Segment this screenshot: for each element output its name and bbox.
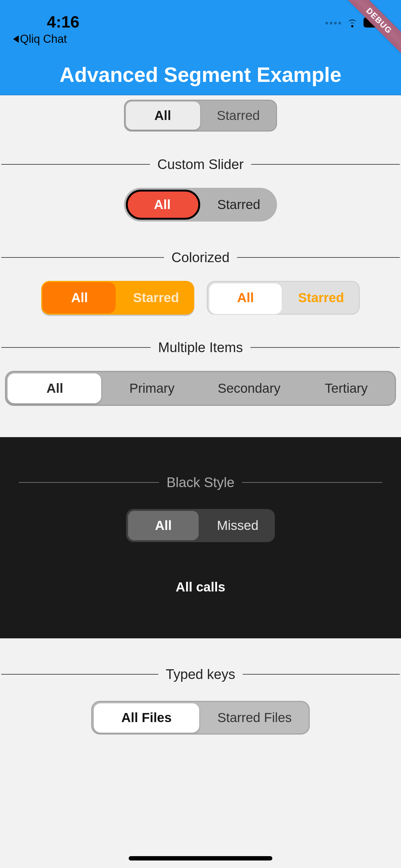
home-indicator[interactable] <box>129 856 272 861</box>
segment-multiple-option-primary[interactable]: Primary <box>103 372 201 405</box>
section-black-label: Black Style <box>166 475 235 490</box>
status-time: 4:16 <box>47 12 79 31</box>
segment-black-option-missed[interactable]: Missed <box>201 509 275 542</box>
segment-custom-slider[interactable]: All Starred <box>124 188 277 221</box>
wifi-icon <box>345 16 359 31</box>
segment-default-option-all[interactable]: All <box>125 101 201 131</box>
back-to-app[interactable]: Qliq Chat <box>13 32 67 45</box>
segment-typed-option-starred-files[interactable]: Starred Files <box>201 702 308 733</box>
segment-custom-slider-option-all[interactable]: All <box>124 188 201 221</box>
section-colorized-header: Colorized <box>0 250 401 265</box>
segment-colorized-orange-option-all[interactable]: All <box>41 281 118 315</box>
content: All Starred Custom Slider All Starred Co… <box>0 95 401 868</box>
segment-custom-slider-option-starred[interactable]: Starred <box>201 188 277 221</box>
section-black-header: Black Style <box>0 475 401 490</box>
segment-multiple-option-tertiary[interactable]: Tertiary <box>298 372 395 405</box>
section-multiple-header: Multiple Items <box>0 340 401 355</box>
segment-multiple-option-all[interactable]: All <box>6 372 103 405</box>
segment-default-option-starred[interactable]: Starred <box>201 101 276 131</box>
segment-colorized-gray[interactable]: All Starred <box>207 281 360 315</box>
back-caret-icon <box>13 35 19 43</box>
segment-colorized-gray-option-starred[interactable]: Starred <box>283 282 359 314</box>
section-typed-header: Typed keys <box>0 666 401 682</box>
section-custom-slider-label: Custom Slider <box>157 157 244 172</box>
segment-black[interactable]: All Missed <box>126 509 275 542</box>
black-body-text: All calls <box>0 580 401 595</box>
section-multiple-label: Multiple Items <box>158 340 243 355</box>
segment-default[interactable]: All Starred <box>124 100 277 131</box>
segment-multiple-option-secondary[interactable]: Secondary <box>201 372 298 405</box>
segment-typed[interactable]: All Files Starred Files <box>91 701 310 735</box>
nav-bar: Advanced Segment Example <box>0 55 401 95</box>
section-colorized-label: Colorized <box>171 250 230 265</box>
section-black: Black Style All Missed All calls <box>0 437 401 638</box>
pager-dots-icon <box>326 22 341 24</box>
segment-colorized-gray-option-all[interactable]: All <box>208 282 283 314</box>
segment-typed-option-all-files[interactable]: All Files <box>93 702 201 733</box>
page-title: Advanced Segment Example <box>60 63 341 87</box>
status-bar: 4:16 Qliq Chat DEBUG <box>0 0 401 55</box>
section-custom-slider-header: Custom Slider <box>0 157 401 172</box>
back-app-label: Qliq Chat <box>20 32 67 45</box>
segment-multiple[interactable]: All Primary Secondary Tertiary <box>5 371 396 406</box>
segment-colorized-orange-option-starred[interactable]: Starred <box>118 281 194 315</box>
segment-black-option-all[interactable]: All <box>126 509 201 542</box>
segment-colorized-orange[interactable]: All Starred <box>41 281 194 315</box>
section-typed-label: Typed keys <box>166 666 235 682</box>
